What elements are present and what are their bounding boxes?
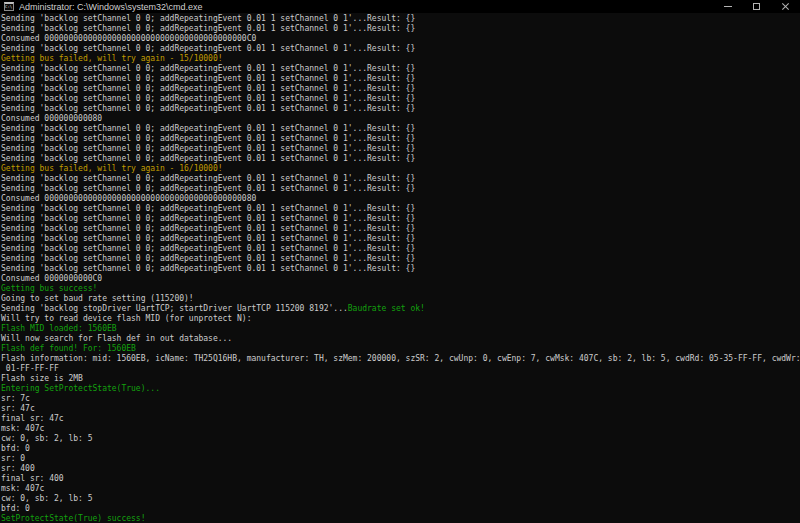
terminal-text-segment: Entering SetProtectState(True)... bbox=[1, 384, 160, 393]
terminal-text-segment: Flash size is 2MB bbox=[1, 374, 83, 383]
terminal-text-segment: Sending 'backlog setChannel 0 0; addRepe… bbox=[1, 204, 415, 213]
terminal-text-segment: Getting bus failed, will try again - 16/… bbox=[1, 164, 223, 173]
terminal-line: Sending 'backlog setChannel 0 0; addRepe… bbox=[1, 264, 800, 274]
terminal-text-segment: Sending 'backlog setChannel 0 0; addRepe… bbox=[1, 184, 415, 193]
cmd-window: C:\ Administrator: C:\Windows\system32\c… bbox=[0, 0, 800, 523]
terminal-text-segment: bfd: 0 bbox=[1, 444, 30, 453]
terminal-line: msk: 407c bbox=[1, 484, 800, 494]
terminal-line: Sending 'backlog setChannel 0 0; addRepe… bbox=[1, 104, 800, 114]
terminal-text-segment: msk: 407c bbox=[1, 424, 44, 433]
terminal-text-segment: final sr: 47c bbox=[1, 414, 64, 423]
terminal-line: Getting bus failed, will try again - 15/… bbox=[1, 54, 800, 64]
terminal-text-segment: Sending 'backlog setChannel 0 0; addRepe… bbox=[1, 174, 415, 183]
terminal-text-segment: Sending 'backlog setChannel 0 0; addRepe… bbox=[1, 214, 415, 223]
terminal-text-segment: Flash MID loaded: 1560EB bbox=[1, 324, 117, 333]
maximize-button[interactable] bbox=[742, 0, 771, 13]
terminal-text-segment: Sending 'backlog setChannel 0 0; addRepe… bbox=[1, 154, 415, 163]
cmd-app-icon: C:\ bbox=[4, 2, 14, 11]
terminal-line: Sending 'backlog setChannel 0 0; addRepe… bbox=[1, 94, 800, 104]
terminal-line: SetProtectState(True) success! bbox=[1, 514, 800, 523]
terminal-text-segment: Sending 'backlog setChannel 0 0; addRepe… bbox=[1, 14, 415, 23]
terminal-text-segment: bfd: 0 bbox=[1, 504, 30, 513]
terminal-line: Flash size is 2MB bbox=[1, 374, 800, 384]
terminal-line: final sr: 400 bbox=[1, 474, 800, 484]
terminal-text-segment: Sending 'backlog setChannel 0 0; addRepe… bbox=[1, 104, 415, 113]
terminal-line: Sending 'backlog setChannel 0 0; addRepe… bbox=[1, 134, 800, 144]
terminal-line: Flash information: mid: 1560EB, icName: … bbox=[1, 354, 800, 364]
terminal-line: Sending 'backlog setChannel 0 0; addRepe… bbox=[1, 64, 800, 74]
terminal-line: sr: 0 bbox=[1, 454, 800, 464]
terminal-line: cw: 0, sb: 2, lb: 5 bbox=[1, 494, 800, 504]
terminal-line: sr: 400 bbox=[1, 464, 800, 474]
terminal-line: bfd: 0 bbox=[1, 444, 800, 454]
terminal-text-segment: Consumed 000000000080 bbox=[1, 114, 102, 123]
terminal-line: Sending 'backlog setChannel 0 0; addRepe… bbox=[1, 174, 800, 184]
terminal-text-segment: cw: 0, sb: 2, lb: 5 bbox=[1, 494, 93, 503]
minimize-button[interactable] bbox=[713, 0, 742, 13]
terminal-line: Sending 'backlog setChannel 0 0; addRepe… bbox=[1, 84, 800, 94]
terminal-line: 01-FF-FF-FF bbox=[1, 364, 800, 374]
terminal-text-segment: sr: 400 bbox=[1, 464, 35, 473]
terminal-line: Getting bus success! bbox=[1, 284, 800, 294]
terminal-text-segment: Flash def found! For: 1560EB bbox=[1, 344, 136, 353]
terminal-text-segment: Will try to read device flash MID (for u… bbox=[1, 314, 251, 323]
terminal-text-segment: Sending 'backlog setChannel 0 0; addRepe… bbox=[1, 44, 415, 53]
window-controls bbox=[713, 0, 800, 13]
terminal-line: cw: 0, sb: 2, lb: 5 bbox=[1, 434, 800, 444]
terminal-text-segment: Sending 'backlog setChannel 0 0; addRepe… bbox=[1, 124, 415, 133]
terminal-text-segment: Sending 'backlog setChannel 0 0; addRepe… bbox=[1, 234, 415, 243]
terminal-text-segment: Sending 'backlog setChannel 0 0; addRepe… bbox=[1, 74, 415, 83]
window-title: Administrator: C:\Windows\system32\cmd.e… bbox=[19, 2, 203, 12]
terminal-text-segment: Flash information: mid: 1560EB, icName: … bbox=[1, 354, 800, 363]
terminal-line: Will try to read device flash MID (for u… bbox=[1, 314, 800, 324]
terminal-text-segment: Sending 'backlog stopDriver UartTCP; sta… bbox=[1, 304, 348, 313]
terminal-line: Consumed 0000000000000000000000000000000… bbox=[1, 34, 800, 44]
terminal-text-segment: sr: 0 bbox=[1, 454, 25, 463]
terminal-line: Consumed 000000000080 bbox=[1, 114, 800, 124]
terminal-line: bfd: 0 bbox=[1, 504, 800, 514]
terminal-text-segment: SetProtectState(True) success! bbox=[1, 514, 146, 523]
minimize-icon bbox=[724, 6, 732, 7]
terminal-line: Sending 'backlog setChannel 0 0; addRepe… bbox=[1, 184, 800, 194]
close-button[interactable] bbox=[771, 0, 800, 13]
terminal-text-segment: Sending 'backlog setChannel 0 0; addRepe… bbox=[1, 64, 415, 73]
terminal-line: Sending 'backlog setChannel 0 0; addRepe… bbox=[1, 24, 800, 34]
terminal-text-segment: Will now search for Flash def in out dat… bbox=[1, 334, 232, 343]
terminal-text-segment: Getting bus success! bbox=[1, 284, 97, 293]
terminal-line: Sending 'backlog setChannel 0 0; addRepe… bbox=[1, 124, 800, 134]
terminal-text-segment: Sending 'backlog setChannel 0 0; addRepe… bbox=[1, 94, 415, 103]
terminal-line: Sending 'backlog setChannel 0 0; addRepe… bbox=[1, 244, 800, 254]
terminal-line: Going to set baud rate setting (115200)! bbox=[1, 294, 800, 304]
terminal-line: msk: 407c bbox=[1, 424, 800, 434]
terminal-line: Getting bus failed, will try again - 16/… bbox=[1, 164, 800, 174]
terminal-line: Sending 'backlog setChannel 0 0; addRepe… bbox=[1, 204, 800, 214]
terminal-text-segment: sr: 7c bbox=[1, 394, 30, 403]
terminal-text-segment: Consumed 0000000000000000000000000000000… bbox=[1, 34, 256, 43]
terminal-line: Flash def found! For: 1560EB bbox=[1, 344, 800, 354]
terminal-line: final sr: 47c bbox=[1, 414, 800, 424]
terminal-line: Will now search for Flash def in out dat… bbox=[1, 334, 800, 344]
terminal-text-segment: Consumed 0000000000000000000000000000000… bbox=[1, 194, 256, 203]
terminal-line: Sending 'backlog setChannel 0 0; addRepe… bbox=[1, 224, 800, 234]
terminal-text-segment: Sending 'backlog setChannel 0 0; addRepe… bbox=[1, 254, 415, 263]
terminal-text-segment: final sr: 400 bbox=[1, 474, 64, 483]
terminal-line: Sending 'backlog setChannel 0 0; addRepe… bbox=[1, 254, 800, 264]
terminal-line: Flash MID loaded: 1560EB bbox=[1, 324, 800, 334]
close-icon bbox=[781, 2, 790, 11]
terminal-line: Sending 'backlog setChannel 0 0; addRepe… bbox=[1, 234, 800, 244]
terminal-line: Sending 'backlog setChannel 0 0; addRepe… bbox=[1, 154, 800, 164]
terminal-text-segment: Sending 'backlog setChannel 0 0; addRepe… bbox=[1, 144, 415, 153]
terminal-text-segment: 01-FF-FF-FF bbox=[1, 364, 59, 373]
console-output[interactable]: Sending 'backlog setChannel 0 0; addRepe… bbox=[0, 13, 800, 523]
terminal-text-segment: Getting bus failed, will try again - 15/… bbox=[1, 54, 223, 63]
terminal-text-segment: msk: 407c bbox=[1, 484, 44, 493]
terminal-line: Sending 'backlog setChannel 0 0; addRepe… bbox=[1, 144, 800, 154]
terminal-text-segment: Sending 'backlog setChannel 0 0; addRepe… bbox=[1, 264, 415, 273]
terminal-text-segment: cw: 0, sb: 2, lb: 5 bbox=[1, 434, 93, 443]
titlebar[interactable]: C:\ Administrator: C:\Windows\system32\c… bbox=[0, 0, 800, 13]
cmd-app-icon-label: C:\ bbox=[5, 4, 13, 9]
terminal-text-segment: Going to set baud rate setting (115200)! bbox=[1, 294, 194, 303]
terminal-text-segment: Sending 'backlog setChannel 0 0; addRepe… bbox=[1, 224, 415, 233]
terminal-text-segment: Consumed 0000000000C0 bbox=[1, 274, 102, 283]
terminal-line: Sending 'backlog setChannel 0 0; addRepe… bbox=[1, 74, 800, 84]
